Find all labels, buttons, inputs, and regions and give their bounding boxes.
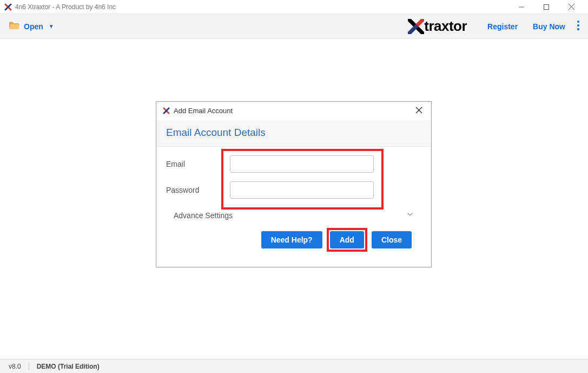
- add-button-highlight-wrap: Add: [330, 231, 364, 248]
- register-link[interactable]: Register: [487, 22, 518, 31]
- add-button[interactable]: Add: [330, 231, 364, 248]
- password-label: Password: [166, 186, 230, 194]
- brand-logo: traxtor: [408, 18, 467, 35]
- brand-x-icon: [408, 19, 424, 34]
- more-vertical-icon[interactable]: [577, 21, 579, 32]
- password-row: Password: [166, 177, 421, 203]
- email-row: Email: [166, 151, 421, 177]
- edition-label: DEMO (Trial Edition): [37, 363, 100, 370]
- dialog-titlebar: Add Email Account: [156, 102, 431, 120]
- dialog-body: Email Password Advance Settings Need Hel…: [156, 147, 431, 267]
- email-input[interactable]: [230, 155, 374, 173]
- dialog-x-icon: [163, 107, 170, 114]
- brand-text: traxtor: [424, 18, 467, 35]
- advance-settings-label: Advance Settings: [174, 211, 233, 220]
- svg-point-4: [577, 21, 579, 23]
- buy-now-link[interactable]: Buy Now: [533, 22, 565, 31]
- window-close-button[interactable]: [559, 0, 584, 14]
- dialog-subheader: Email Account Details: [156, 120, 431, 147]
- window-controls: [509, 0, 584, 14]
- close-button[interactable]: Close: [372, 231, 412, 248]
- need-help-button[interactable]: Need Help?: [261, 231, 322, 248]
- svg-point-5: [577, 24, 579, 27]
- dialog-close-button[interactable]: [413, 105, 425, 117]
- dialog-heading: Email Account Details: [166, 127, 421, 139]
- minimize-button[interactable]: [509, 0, 534, 14]
- main-content-area: Add Email Account Email Account Details …: [0, 39, 588, 359]
- version-label: v8.0: [9, 363, 21, 370]
- app-x-icon: [4, 3, 12, 11]
- chevron-down-icon: [406, 211, 414, 220]
- dialog-title: Add Email Account: [174, 107, 413, 115]
- window-titlebar: 4n6 Xtraxtor - A Product by 4n6 Inc: [0, 0, 588, 14]
- status-bar: v8.0 DEMO (Trial Edition): [0, 359, 588, 373]
- open-label: Open: [24, 22, 43, 31]
- email-label: Email: [166, 160, 230, 168]
- maximize-button[interactable]: [534, 0, 559, 14]
- dialog-footer: Need Help? Add Close: [166, 224, 421, 258]
- advance-settings-toggle[interactable]: Advance Settings: [166, 203, 421, 224]
- add-email-account-dialog: Add Email Account Email Account Details …: [156, 101, 432, 267]
- main-toolbar: Open ▼ traxtor Register Buy Now: [0, 14, 588, 39]
- chevron-down-icon: ▼: [49, 23, 54, 29]
- svg-rect-1: [544, 4, 549, 9]
- window-title: 4n6 Xtraxtor - A Product by 4n6 Inc: [15, 3, 509, 11]
- status-separator: [29, 363, 29, 370]
- password-input[interactable]: [230, 181, 374, 199]
- folder-icon: [9, 21, 19, 31]
- open-dropdown-button[interactable]: Open ▼: [9, 21, 54, 31]
- svg-point-6: [577, 28, 579, 30]
